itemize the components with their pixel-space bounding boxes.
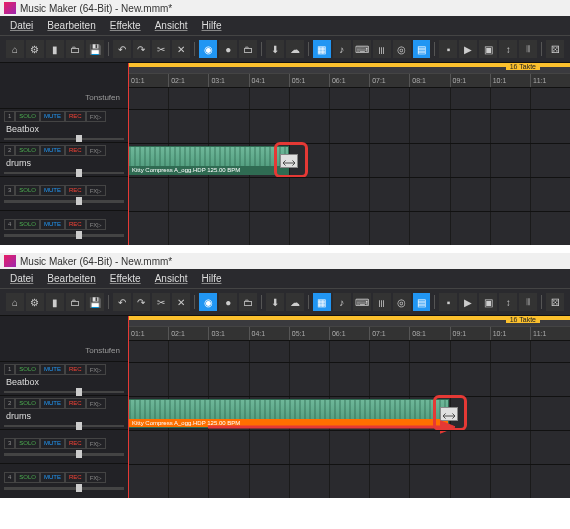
save-icon[interactable]: 💾 — [86, 293, 104, 311]
volume-slider[interactable] — [4, 453, 124, 456]
fx-button[interactable]: FX▷ — [86, 111, 107, 122]
menubar[interactable]: Datei Bearbeiten Effekte Ansicht Hilfe — [0, 16, 570, 36]
mute-button[interactable]: MUTE — [40, 111, 65, 122]
volume-slider[interactable] — [4, 487, 124, 490]
track-lane-4[interactable] — [128, 464, 570, 498]
track-name[interactable]: Beatbox — [4, 124, 124, 134]
folder-icon[interactable]: 🗀 — [66, 293, 84, 311]
cloud-icon[interactable]: ☁ — [286, 293, 304, 311]
menu-datei[interactable]: Datei — [4, 271, 39, 286]
menu-effekte[interactable]: Effekte — [104, 271, 147, 286]
rec-button[interactable]: REC — [65, 111, 86, 122]
volume-slider[interactable] — [4, 200, 124, 203]
menu-bearbeiten[interactable]: Bearbeiten — [41, 271, 101, 286]
track-header-3[interactable]: 3 SOLO MUTE REC FX▷ — [0, 429, 128, 463]
rec-button[interactable]: REC — [65, 185, 86, 196]
scissors-icon[interactable]: ✂ — [152, 293, 170, 311]
undo-icon[interactable]: ↶ — [113, 293, 131, 311]
gear-icon[interactable]: ⚙ — [26, 293, 44, 311]
close-icon[interactable]: ✕ — [172, 40, 190, 58]
menu-hilfe[interactable]: Hilfe — [195, 18, 227, 33]
fx-button[interactable]: FX▷ — [86, 145, 107, 156]
pointer-tool-icon[interactable]: ◉ — [199, 293, 217, 311]
levels-icon[interactable]: ↕ — [499, 293, 517, 311]
menu-effekte[interactable]: Effekte — [104, 18, 147, 33]
solo-button[interactable]: SOLO — [15, 398, 40, 409]
home-icon[interactable]: ⌂ — [6, 40, 24, 58]
record-icon[interactable]: ▣ — [479, 293, 497, 311]
keyboard-icon[interactable]: ⌨ — [353, 40, 371, 58]
tonstufen-lane[interactable] — [128, 87, 570, 109]
time-ruler[interactable]: 01:1 02:1 03:1 04:1 05:1 06:1 07:1 08:1 … — [128, 73, 570, 87]
track-lane-2[interactable]: Kitty Compress A_ogg.HDP 125.00 BPM — [128, 143, 570, 177]
sliders-icon[interactable]: ⫼ — [373, 293, 391, 311]
fx-button[interactable]: FX▷ — [86, 472, 107, 483]
file-icon[interactable]: ▮ — [46, 40, 64, 58]
solo-button[interactable]: SOLO — [15, 364, 40, 375]
solo-button[interactable]: SOLO — [15, 185, 40, 196]
download-icon[interactable]: ⬇ — [266, 40, 284, 58]
eq-icon[interactable]: ⫴ — [519, 293, 537, 311]
playhead[interactable] — [128, 63, 129, 245]
timeline-area[interactable]: 16 Takte 01:1 02:1 03:1 04:1 05:1 06:1 0… — [128, 63, 570, 245]
mute-button[interactable]: MUTE — [40, 438, 65, 449]
menu-datei[interactable]: Datei — [4, 18, 39, 33]
menu-ansicht[interactable]: Ansicht — [149, 18, 194, 33]
menu-ansicht[interactable]: Ansicht — [149, 271, 194, 286]
save-icon[interactable]: 💾 — [86, 40, 104, 58]
track-header-1[interactable]: 1 SOLO MUTE REC FX▷ Beatbox — [0, 361, 128, 395]
rec-button[interactable]: REC — [65, 438, 86, 449]
playhead[interactable] — [128, 316, 129, 498]
fx-button[interactable]: FX▷ — [86, 438, 107, 449]
folder-icon[interactable]: 🗀 — [66, 40, 84, 58]
folder2-icon[interactable]: 🗀 — [239, 40, 257, 58]
sliders-icon[interactable]: ⫼ — [373, 40, 391, 58]
record-icon[interactable]: ▣ — [479, 40, 497, 58]
folder2-icon[interactable]: 🗀 — [239, 293, 257, 311]
menu-hilfe[interactable]: Hilfe — [195, 271, 227, 286]
grid-icon[interactable]: ▦ — [313, 293, 331, 311]
keyboard-icon[interactable]: ⌨ — [353, 293, 371, 311]
volume-slider[interactable] — [4, 234, 124, 237]
solo-button[interactable]: SOLO — [15, 472, 40, 483]
volume-slider[interactable] — [4, 391, 124, 393]
layers-icon[interactable]: ▤ — [413, 40, 431, 58]
levels-icon[interactable]: ↕ — [499, 40, 517, 58]
circle-icon[interactable]: ● — [219, 293, 237, 311]
track-lane-3[interactable] — [128, 430, 570, 464]
track-header-4[interactable]: 4 SOLO MUTE REC FX▷ — [0, 463, 128, 497]
fx-button[interactable]: FX▷ — [86, 185, 107, 196]
audio-clip-drums[interactable]: Kitty Compress A_ogg.HDP 125.00 BPM — [128, 146, 289, 175]
mute-button[interactable]: MUTE — [40, 472, 65, 483]
video-icon[interactable]: ▶ — [459, 40, 477, 58]
track-header-2[interactable]: 2 SOLO MUTE REC FX▷ drums — [0, 395, 128, 429]
mute-button[interactable]: MUTE — [40, 398, 65, 409]
circle-icon[interactable]: ● — [219, 40, 237, 58]
volume-slider[interactable] — [4, 172, 124, 174]
volume-slider[interactable] — [4, 138, 124, 140]
video-icon[interactable]: ▶ — [459, 293, 477, 311]
track-lane-3[interactable] — [128, 177, 570, 211]
track-header-3[interactable]: 3 SOLO MUTE REC FX▷ — [0, 176, 128, 210]
fx-button[interactable]: FX▷ — [86, 364, 107, 375]
layers-icon[interactable]: ▤ — [413, 293, 431, 311]
note-icon[interactable]: ♪ — [333, 293, 351, 311]
grid-icon[interactable]: ▦ — [313, 40, 331, 58]
track-name[interactable]: Beatbox — [4, 377, 124, 387]
volume-slider[interactable] — [4, 425, 124, 427]
mute-button[interactable]: MUTE — [40, 364, 65, 375]
eq-icon[interactable]: ⫴ — [519, 40, 537, 58]
solo-button[interactable]: SOLO — [15, 438, 40, 449]
loop-bar[interactable]: 16 Takte — [128, 63, 570, 73]
track-lane-1[interactable] — [128, 109, 570, 143]
chart-icon[interactable]: ▪ — [439, 293, 457, 311]
cloud-icon[interactable]: ☁ — [286, 40, 304, 58]
track-name[interactable]: drums — [4, 158, 124, 168]
rec-button[interactable]: REC — [65, 364, 86, 375]
audio-clip-drums[interactable]: Kitty Compress A_ogg.HDP 125.00 BPM — [128, 399, 449, 428]
scissors-icon[interactable]: ✂ — [152, 40, 170, 58]
undo-icon[interactable]: ↶ — [113, 40, 131, 58]
track-lane-1[interactable] — [128, 362, 570, 396]
menu-bearbeiten[interactable]: Bearbeiten — [41, 18, 101, 33]
gear-icon[interactable]: ⚙ — [26, 40, 44, 58]
